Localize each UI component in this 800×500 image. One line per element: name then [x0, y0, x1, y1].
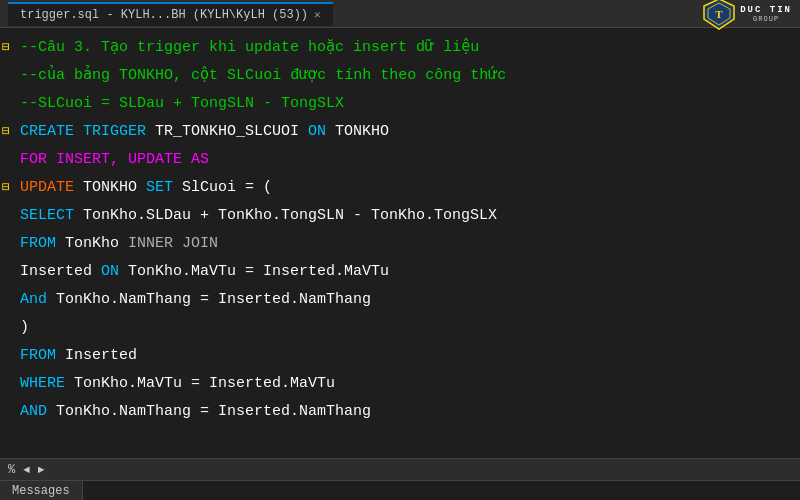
code-segment: )	[20, 319, 29, 336]
code-line: --của bảng TONKHO, cột SLCuoi được tính …	[0, 62, 800, 90]
code-line: --SLCuoi = SLDau + TongSLN - TongSLX	[0, 90, 800, 118]
duc-tin-name: DUC TIN	[740, 5, 792, 15]
code-line: SELECT TonKho.SLDau + TonKho.TongSLN - T…	[0, 202, 800, 230]
code-segment: TonKho.MaVTu = Inserted.MaVTu	[74, 375, 335, 392]
duc-tin-text-block: DUC TIN GROUP	[740, 5, 792, 23]
code-segment: And	[20, 291, 56, 308]
code-line: FROM Inserted	[0, 342, 800, 370]
code-editor[interactable]: ⊟--Câu 3. Tạo trigger khi update hoặc in…	[0, 28, 800, 458]
code-segment: FROM	[20, 347, 65, 364]
messages-tab[interactable]: Messages	[0, 481, 83, 500]
line-content: )	[16, 315, 29, 341]
line-content: UPDATE TONKHO SET SlCuoi = (	[16, 175, 272, 201]
code-line: ⊟UPDATE TONKHO SET SlCuoi = (	[0, 174, 800, 202]
editor-tab[interactable]: trigger.sql - KYLH...BH (KYLH\KyLH (53))…	[8, 2, 333, 26]
code-segment: --Câu 3. Tạo trigger khi update hoặc ins…	[20, 39, 479, 56]
code-segment: TR_TONKHO_SLCUOI	[155, 123, 308, 140]
messages-panel: Messages Command(s) completed successful…	[0, 480, 800, 500]
code-segment: TONKHO	[335, 123, 389, 140]
code-line: WHERE TonKho.MaVTu = Inserted.MaVTu	[0, 370, 800, 398]
title-bar: trigger.sql - KYLH...BH (KYLH\KyLH (53))…	[0, 0, 800, 28]
code-segment: SlCuoi = (	[182, 179, 272, 196]
line-content: And TonKho.NamThang = Inserted.NamThang	[16, 287, 371, 313]
logo-emblem-icon: T	[702, 0, 736, 31]
code-segment: TONKHO	[83, 179, 146, 196]
line-indicator: ⊟	[0, 119, 12, 145]
line-content: --của bảng TONKHO, cột SLCuoi được tính …	[16, 63, 506, 89]
tab-label: trigger.sql - KYLH...BH (KYLH\KyLH (53))	[20, 8, 308, 22]
line-content: --Câu 3. Tạo trigger khi update hoặc ins…	[16, 35, 479, 61]
code-line: And TonKho.NamThang = Inserted.NamThang	[0, 286, 800, 314]
line-content: SELECT TonKho.SLDau + TonKho.TongSLN - T…	[16, 203, 497, 229]
line-content: FOR INSERT, UPDATE AS	[16, 147, 209, 173]
code-segment: UPDATE AS	[128, 151, 209, 168]
line-content: AND TonKho.NamThang = Inserted.NamThang	[16, 399, 371, 425]
svg-text:T: T	[716, 8, 724, 20]
zoom-percent: %	[8, 463, 15, 477]
line-content: Inserted ON TonKho.MaVTu = Inserted.MaVT…	[16, 259, 389, 285]
duc-tin-logo: T DUC TIN GROUP	[702, 0, 792, 31]
code-segment: SELECT	[20, 207, 83, 224]
code-segment: FROM	[20, 235, 65, 252]
code-segment: FOR INSERT,	[20, 151, 128, 168]
code-segment: CREATE TRIGGER	[20, 123, 155, 140]
code-segment: SET	[146, 179, 182, 196]
code-line: )	[0, 314, 800, 342]
line-content: --SLCuoi = SLDau + TongSLN - TongSLX	[16, 91, 344, 117]
duc-tin-group: GROUP	[753, 15, 779, 23]
nav-right-icon[interactable]: ►	[38, 464, 45, 476]
code-segment: WHERE	[20, 375, 74, 392]
line-content: FROM Inserted	[16, 343, 137, 369]
line-content: FROM TonKho INNER JOIN	[16, 231, 218, 257]
line-content: CREATE TRIGGER TR_TONKHO_SLCUOI ON TONKH…	[16, 119, 389, 145]
code-line: Inserted ON TonKho.MaVTu = Inserted.MaVT…	[0, 258, 800, 286]
code-segment: INNER JOIN	[128, 235, 218, 252]
line-content: WHERE TonKho.MaVTu = Inserted.MaVTu	[16, 371, 335, 397]
code-segment: TonKho.MaVTu = Inserted.MaVTu	[128, 263, 389, 280]
code-segment: ON	[101, 263, 128, 280]
code-segment: Inserted	[65, 347, 137, 364]
code-segment: TonKho.NamThang = Inserted.NamThang	[56, 291, 371, 308]
line-indicator: ⊟	[0, 175, 12, 201]
code-segment: Inserted	[20, 263, 101, 280]
code-segment: AND	[20, 403, 56, 420]
code-segment: --của bảng TONKHO, cột SLCuoi được tính …	[20, 67, 506, 84]
code-line: ⊟CREATE TRIGGER TR_TONKHO_SLCUOI ON TONK…	[0, 118, 800, 146]
code-segment: TonKho	[65, 235, 128, 252]
code-line: ⊟--Câu 3. Tạo trigger khi update hoặc in…	[0, 34, 800, 62]
code-segment: ON	[308, 123, 335, 140]
nav-left-icon[interactable]: ◄	[23, 464, 30, 476]
line-indicator: ⊟	[0, 35, 12, 61]
code-segment: TonKho.NamThang = Inserted.NamThang	[56, 403, 371, 420]
code-segment: --SLCuoi = SLDau + TongSLN - TongSLX	[20, 95, 344, 112]
code-segment: TonKho.SLDau + TonKho.TongSLN - TonKho.T…	[83, 207, 497, 224]
code-segment: UPDATE	[20, 179, 83, 196]
code-line: FOR INSERT, UPDATE AS	[0, 146, 800, 174]
code-line: FROM TonKho INNER JOIN	[0, 230, 800, 258]
bottom-status-bar: % ◄ ►	[0, 458, 800, 480]
tab-close-button[interactable]: ✕	[314, 8, 321, 21]
code-line: AND TonKho.NamThang = Inserted.NamThang	[0, 398, 800, 426]
